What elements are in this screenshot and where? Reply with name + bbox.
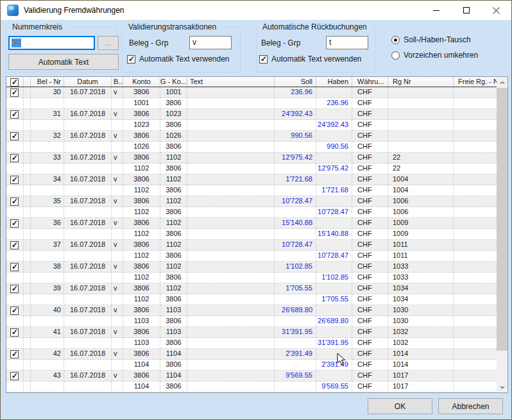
beleg-grp-input-2[interactable]: t xyxy=(326,36,368,49)
row-checkbox[interactable] xyxy=(10,263,19,271)
row-checkbox[interactable] xyxy=(10,88,19,97)
table-row[interactable]: 4016.07.2018v3806110326'689.80CHF1030 xyxy=(6,305,508,316)
table-row[interactable]: 10013806236.96CHF xyxy=(6,98,508,109)
column-header-gko[interactable]: G - Ko... xyxy=(160,77,187,87)
row-checkbox[interactable] xyxy=(10,285,19,293)
ok-button[interactable]: OK xyxy=(368,398,432,414)
column-header-select[interactable] xyxy=(6,77,24,87)
row-checkbox[interactable] xyxy=(10,197,19,206)
table-row[interactable]: 3416.07.2018v380611021'721.68CHF1004 xyxy=(6,174,508,185)
table-row[interactable]: 3816.07.2018v380611021'102.85CHF1033 xyxy=(6,262,508,273)
table-row[interactable]: 110238061'721.68CHF1004 xyxy=(6,185,508,196)
cell-datum: 16.07.2018 xyxy=(64,262,112,273)
column-header-waehrung[interactable]: Währu... xyxy=(352,77,388,87)
row-checkbox[interactable] xyxy=(10,372,19,380)
column-header-sp[interactable] xyxy=(24,77,31,87)
table-scrollbar[interactable] xyxy=(497,77,508,392)
maximize-button[interactable] xyxy=(451,1,481,20)
cell-rg: 1011 xyxy=(388,240,454,251)
cell-b: v xyxy=(112,153,123,164)
table-row[interactable]: 110238061'102.85CHF1033 xyxy=(6,273,508,283)
scroll-up-button[interactable] xyxy=(497,77,508,88)
column-header-rg[interactable]: Rg Nr xyxy=(388,77,454,87)
minimize-button[interactable] xyxy=(421,1,451,20)
radio-icon-soll[interactable] xyxy=(391,36,400,44)
cell-b xyxy=(112,120,123,131)
cell-rg: 1011 xyxy=(388,251,454,262)
table-row[interactable]: 110438069'569.55CHF1017 xyxy=(6,382,508,392)
cell-text xyxy=(187,327,275,338)
radio-soll-haben-tausch[interactable]: Soll-/Haben-Tausch xyxy=(391,35,471,44)
cell-datum: 16.07.2018 xyxy=(64,283,112,294)
table-row[interactable]: 1102380610'728.47CHF1011 xyxy=(6,251,508,262)
column-header-text[interactable]: Text xyxy=(187,77,275,87)
table-row[interactable]: 1102380612'975.42CHF22 xyxy=(6,164,508,174)
table-row[interactable]: 4116.07.2018v3806110331'391.95CHF1032 xyxy=(6,327,508,338)
row-checkbox[interactable] xyxy=(10,241,19,249)
table-row[interactable]: 3516.07.2018v3806110210'728.47CHF1006 xyxy=(6,196,508,207)
table-row[interactable]: 110438062'391.49CHF1014 xyxy=(6,360,508,371)
radio-vorzeichen-umkehren[interactable]: Vorzeichen umkehren xyxy=(391,51,478,60)
cell-rg xyxy=(388,87,454,98)
table-row[interactable]: 3616.07.2018v3806110215'140.88CHF1009 xyxy=(6,218,508,229)
row-checkbox[interactable] xyxy=(10,132,19,140)
header-checkbox[interactable] xyxy=(10,78,19,87)
table-row[interactable]: 4316.07.2018v380611049'569.55CHF1017 xyxy=(6,371,508,382)
cell-rg: 1004 xyxy=(388,174,454,185)
table-row[interactable]: 10263806990.56CHF xyxy=(6,142,508,153)
column-header-konto[interactable]: Konto xyxy=(123,77,160,87)
table-row[interactable]: 3916.07.2018v380611021'705.55CHF1034 xyxy=(6,283,508,294)
cell-konto: 1102 xyxy=(123,207,160,218)
automatik-checkbox-2[interactable] xyxy=(259,55,268,63)
cell-freie xyxy=(454,87,498,98)
table-row[interactable]: 1102380610'728.47CHF1006 xyxy=(6,207,508,218)
cell-gko: 3806 xyxy=(160,207,187,218)
table-row[interactable]: 3316.07.2018v3806110212'975.42CHF22 xyxy=(6,153,508,164)
table-row[interactable]: 1023380624'392.43CHF xyxy=(6,120,508,131)
automatik-checkbox-1[interactable] xyxy=(127,55,135,63)
close-button[interactable] xyxy=(481,1,511,20)
row-checkbox[interactable] xyxy=(10,110,19,119)
row-checkbox[interactable] xyxy=(10,154,19,162)
automatik-verwenden-2[interactable]: Automatik Text verwenden xyxy=(259,55,362,63)
chevron-up-icon xyxy=(500,80,505,85)
cell-konto: 3806 xyxy=(123,327,160,338)
automatik-verwenden-1[interactable]: Automatik Text verwenden xyxy=(127,55,230,63)
column-header-soll[interactable]: Soll xyxy=(275,77,316,87)
row-checkbox[interactable] xyxy=(10,219,19,228)
table-row[interactable]: 1103380631'391.95CHF1032 xyxy=(6,338,508,349)
table-row[interactable]: 1103380626'689.80CHF1030 xyxy=(6,316,508,327)
scrollbar-thumb[interactable] xyxy=(497,88,508,351)
table-row[interactable]: 3016.07.2018v38061001236.96CHF xyxy=(6,87,508,98)
window-title: Validierung Fremdwährungen xyxy=(24,1,124,20)
row-checkbox[interactable] xyxy=(10,176,19,184)
column-header-freie[interactable]: Freie Rg. - Nr. xyxy=(454,77,498,87)
column-header-datum[interactable]: Datum xyxy=(64,77,112,87)
table-row[interactable]: 3116.07.2018v3806102324'392.43CHF xyxy=(6,109,508,120)
row-checkbox[interactable] xyxy=(10,350,19,358)
cell-bel xyxy=(31,229,64,240)
scroll-down-button[interactable] xyxy=(497,382,508,392)
cell-bel xyxy=(31,360,64,371)
table-row[interactable]: 3216.07.2018v38061026990.56CHF xyxy=(6,131,508,142)
automatik-text-button[interactable]: Automatik Text xyxy=(8,54,119,70)
column-header-b[interactable]: B.. xyxy=(112,77,123,87)
group-rueckbuchung: Automatische Rückbuchungen xyxy=(256,27,375,72)
row-checkbox[interactable] xyxy=(10,328,19,337)
nummernkreis-input[interactable]: 30 xyxy=(8,36,95,50)
cancel-button[interactable]: Abbrechen xyxy=(438,398,503,414)
column-header-bel[interactable]: Bel - Nr xyxy=(31,77,64,87)
transactions-grid: Bel - NrDatumB..KontoG - Ko...TextSollHa… xyxy=(6,76,508,393)
row-checkbox[interactable] xyxy=(10,307,19,315)
table-row[interactable]: 110238061'705.55CHF1034 xyxy=(6,294,508,305)
table-row[interactable]: 4216.07.2018v380611042'391.49CHF1014 xyxy=(6,349,508,360)
beleg-grp-label-2: Beleg - Grp xyxy=(261,38,300,47)
cell-konto: 3806 xyxy=(123,87,160,98)
radio-icon-vorzeichen[interactable] xyxy=(391,51,400,60)
cell-konto: 3806 xyxy=(123,262,160,273)
table-row[interactable]: 1102380615'140.88CHF1009 xyxy=(6,229,508,240)
table-row[interactable]: 3716.07.2018v3806110210'728.47CHF1011 xyxy=(6,240,508,251)
beleg-grp-input-1[interactable]: v xyxy=(189,36,232,49)
column-header-haben[interactable]: Haben xyxy=(316,77,352,87)
browse-button[interactable]: ... xyxy=(98,36,119,50)
